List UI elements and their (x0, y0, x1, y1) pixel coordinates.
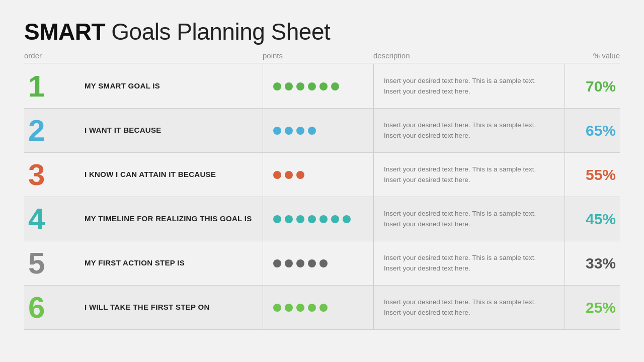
dot-icon (273, 259, 281, 267)
dot-icon (285, 171, 293, 179)
row-value: 65% (565, 109, 620, 152)
row-value: 55% (565, 153, 620, 197)
row-order-number: 5 (24, 248, 85, 279)
row-label: MY FIRST ACTION STEP IS (85, 258, 263, 268)
slide: SMART Goals Planning Sheet order points … (0, 0, 644, 362)
table-row: 1MY SMART GOAL ISInsert your desired tex… (24, 64, 620, 109)
dot-icon (273, 215, 281, 223)
dot-icon (285, 82, 293, 90)
dot-icon (343, 215, 351, 223)
row-label: MY SMART GOAL IS (85, 81, 263, 91)
dot-icon (285, 215, 293, 223)
dot-icon (296, 82, 304, 90)
row-label: I KNOW I CAN ATTAIN IT BECAUSE (85, 169, 263, 179)
table-row: 5MY FIRST ACTION STEP ISInsert your desi… (24, 241, 620, 286)
dot-icon (285, 259, 293, 267)
header-value: % value (565, 51, 620, 60)
row-dots (263, 197, 373, 241)
dot-icon (319, 215, 328, 223)
dot-icon (331, 215, 339, 223)
row-description: Insert your desired text here. This is a… (373, 241, 565, 285)
title-bold: SMART (24, 19, 105, 45)
dot-icon (331, 82, 339, 90)
dot-icon (273, 171, 281, 179)
dot-icon (319, 259, 328, 267)
row-description: Insert your desired text here. This is a… (373, 64, 565, 108)
row-dots (263, 241, 373, 285)
row-label: I WANT IT BECAUSE (85, 125, 263, 135)
dot-icon (273, 304, 281, 312)
dot-icon (285, 304, 293, 312)
table-row: 6I WILL TAKE THE FIRST STEP ONInsert you… (24, 286, 620, 330)
header-label (85, 51, 263, 60)
table-body: 1MY SMART GOAL ISInsert your desired tex… (24, 64, 620, 330)
title-rest: Goals Planning Sheet (105, 19, 330, 45)
dot-icon (308, 127, 316, 135)
row-description: Insert your desired text here. This is a… (373, 286, 565, 329)
table-row: 4MY TIMELINE FOR REALIZING THIS GOAL ISI… (24, 197, 620, 241)
row-order-number: 6 (24, 293, 85, 323)
header-order: order (24, 51, 85, 60)
slide-title: SMART Goals Planning Sheet (24, 18, 620, 45)
row-order-number: 1 (24, 71, 85, 102)
table-row: 3I KNOW I CAN ATTAIN IT BECAUSEInsert yo… (24, 153, 620, 197)
table-row: 2I WANT IT BECAUSEInsert your desired te… (24, 109, 620, 153)
dot-icon (308, 82, 316, 90)
row-dots (263, 64, 373, 108)
row-dots (263, 153, 373, 197)
row-label: MY TIMELINE FOR REALIZING THIS GOAL IS (85, 214, 263, 224)
dot-icon (319, 304, 328, 312)
dot-icon (308, 215, 316, 223)
dot-icon (273, 127, 281, 135)
dot-icon (296, 171, 304, 179)
dot-icon (296, 259, 304, 267)
row-order-number: 4 (24, 204, 85, 234)
dot-icon (296, 215, 304, 223)
row-order-number: 3 (24, 160, 85, 190)
dot-icon (319, 82, 328, 90)
dot-icon (296, 304, 304, 312)
row-value: 25% (565, 286, 620, 329)
row-value: 45% (565, 197, 620, 241)
row-dots (263, 109, 373, 152)
dot-icon (308, 259, 316, 267)
dot-icon (296, 127, 304, 135)
dot-icon (273, 82, 281, 90)
row-order-number: 2 (24, 116, 85, 146)
row-value: 33% (565, 241, 620, 285)
dot-icon (308, 304, 316, 312)
row-description: Insert your desired text here. This is a… (373, 153, 565, 197)
row-label: I WILL TAKE THE FIRST STEP ON (85, 302, 263, 312)
dot-icon (285, 127, 293, 135)
row-description: Insert your desired text here. This is a… (373, 197, 565, 241)
table-header: order points description % value (24, 49, 620, 63)
row-dots (263, 286, 373, 329)
header-description: description (373, 51, 565, 60)
row-value: 70% (565, 64, 620, 108)
header-points: points (263, 51, 373, 60)
row-description: Insert your desired text here. This is a… (373, 109, 565, 152)
